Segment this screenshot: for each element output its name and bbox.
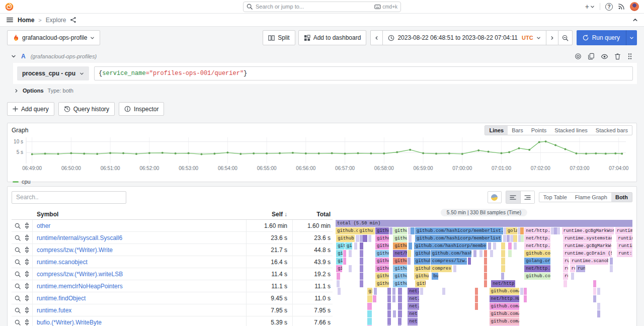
flame-segment-thin[interactable] [593,288,596,295]
flame-segment[interactable]: run [563,258,569,265]
flame-segment[interactable]: compress/lzw.(*W [431,258,467,265]
flame-segment[interactable]: runtime.gcDrain (55.5 [563,250,612,257]
align-right-button[interactable] [520,191,534,203]
flame-segment-thin[interactable] [501,250,505,257]
search-bar[interactable]: Search or jump to... cmd+k [243,2,401,12]
sandwich-view-icon[interactable] [24,283,30,289]
flame-segment[interactable]: githu [393,242,407,250]
flame-segment-thin[interactable] [389,227,392,234]
breadcrumb-home[interactable]: Home [18,17,34,24]
flame-segment[interactable]: git [336,250,343,257]
flame-segment-thin[interactable] [367,318,372,325]
zoom-out-button[interactable] [558,30,573,45]
flame-segment[interactable]: net.(* [408,303,419,310]
symbol-link[interactable]: runtime.futex [37,307,71,314]
new-menu-button[interactable]: + [585,3,595,11]
profile-type-selector[interactable]: process_cpu - cpu [17,66,89,80]
flame-segment-thin[interactable] [356,235,359,242]
flame-segment-thin[interactable] [501,258,505,265]
flame-segment[interactable]: runtime.systemstack ( [563,235,612,242]
flame-segment-thin[interactable] [398,303,402,310]
symbol-link[interactable]: runtime.memclrNoHeapPointers [37,283,123,290]
flame-segment-thin[interactable] [610,258,613,265]
flame-segment-thin[interactable] [360,265,363,272]
graph-mode-lines[interactable]: Lines [485,126,508,135]
flame-segment[interactable]: net/http.Han [524,242,550,250]
datasource-picker[interactable]: grafanacloud-ops-profile [7,30,100,45]
grafana-logo[interactable] [5,3,14,11]
flame-view-top-table[interactable]: Top Table [539,193,571,202]
flame-segment-thin[interactable] [398,288,402,295]
flame-segment[interactable]: github.com/g [524,250,550,257]
flame-segment-thin[interactable] [484,258,487,265]
flame-segment[interactable]: runt: [617,250,632,257]
flame-segment[interactable]: githu [358,227,375,234]
flame-segment[interactable]: githuk [415,280,426,287]
breadcrumb-explore[interactable]: Explore [46,17,66,24]
flame-segment-thin[interactable] [475,303,478,310]
inspector-button[interactable]: Inspector [119,102,164,116]
flame-segment[interactable]: total (5.50 min) [336,220,632,227]
flame-segment[interactable]: github.com/f [490,318,519,325]
cpu-line-chart[interactable]: 5 s10 s06:49:0006:50:0006:51:0006:52:000… [8,135,636,179]
flame-segment[interactable]: runtin [616,235,632,242]
sandwich-view-icon[interactable] [24,234,30,241]
flame-segment-thin[interactable] [393,310,396,317]
flame-segment-thin[interactable] [374,288,377,295]
flame-segment-thin[interactable] [349,265,352,272]
flame-segment-thin[interactable] [408,250,412,257]
flame-segment-thin[interactable] [368,235,371,242]
time-forward-button[interactable] [546,30,558,45]
symbol-link[interactable]: runtime.scanobject [37,259,88,266]
flame-segment[interactable]: net/http.Har [490,295,519,302]
flame-segment-thin[interactable] [387,318,391,325]
flame-segment-thin[interactable] [360,273,363,280]
flame-segment-thin[interactable] [343,250,346,257]
flame-segment-thin[interactable] [408,258,411,265]
flame-view-both[interactable]: Both [611,193,632,202]
flame-segment[interactable]: net.Di [408,288,419,295]
flame-segment-thin[interactable] [484,250,487,257]
flame-segment[interactable]: net.( [408,310,418,317]
flame-segment[interactable]: githu [393,227,407,234]
search-symbol-icon[interactable] [15,259,21,265]
graph-mode-stacked-lines[interactable]: Stacked lines [550,126,591,135]
flame-segment[interactable]: rur [563,273,568,280]
flame-segment[interactable]: git [336,265,342,272]
column-header-total[interactable]: Total [292,209,333,219]
flame-segment[interactable]: githu [375,265,389,272]
flame-segment[interactable]: github.c [414,273,429,280]
search-symbol-icon[interactable] [15,319,21,325]
query-ref-id[interactable]: A [21,53,26,60]
search-symbol-icon[interactable] [15,307,21,313]
column-header-self[interactable]: Self↓ [246,209,292,219]
flame-segment-thin[interactable] [337,273,340,280]
flame-segment[interactable]: githu [375,227,389,234]
expand-options-icon[interactable] [14,89,19,93]
flame-segment[interactable]: bu: [432,273,438,280]
copy-query-icon[interactable] [588,53,595,60]
query-hint-circle-icon[interactable] [575,53,582,60]
flame-segment-thin[interactable] [513,235,517,242]
sandwich-view-icon[interactable] [24,247,30,253]
flame-segment-thin[interactable] [473,250,476,257]
flame-segment-thin[interactable] [557,227,560,234]
time-back-button[interactable] [370,30,382,45]
symbol-link[interactable]: bufio.(*Writer).WriteByte [37,319,102,326]
flame-segment[interactable]: runtime.gcBgMarkWorke [563,242,611,250]
sandwich-view-icon[interactable] [24,295,30,301]
flame-segment-thin[interactable] [360,280,363,287]
flame-segment-thin[interactable] [507,235,510,242]
flame-segment[interactable]: github.cc [336,227,358,234]
flame-segment[interactable]: github.com/hashicorp/memberlist.(* [415,227,503,234]
flame-segment[interactable]: git [345,242,352,250]
flame-segment-thin[interactable] [484,273,487,280]
sandwich-view-icon[interactable] [24,222,30,229]
flame-search-input[interactable]: Search.. [12,191,126,204]
flame-segment-thin[interactable] [488,242,491,250]
menu-toggle-button[interactable] [6,16,14,24]
flame-segment-thin[interactable] [349,250,352,257]
graph-mode-stacked-bars[interactable]: Stacked bars [592,126,632,135]
flame-segment[interactable]: gith [336,242,345,250]
flame-segment-thin[interactable] [360,250,363,257]
